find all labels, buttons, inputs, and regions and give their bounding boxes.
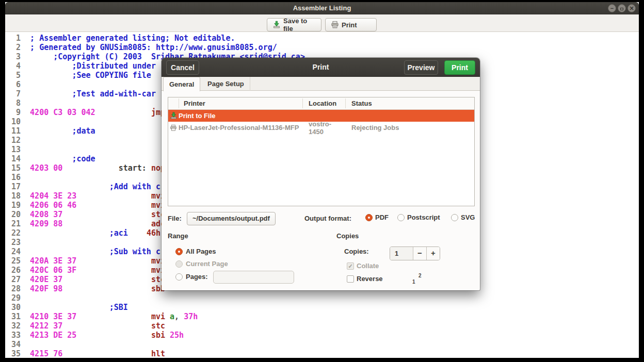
line-number: 22 [11,228,21,238]
radio-icon[interactable] [451,214,458,221]
file-row: File: ~/Documents/output.pdf Output form… [162,212,480,225]
line-number: 23 [11,238,21,247]
column-separator [345,98,346,108]
titlebar: Assembler Listing − ✕ [5,2,639,14]
maximize-icon[interactable] [618,4,626,12]
line-number: 14 [11,154,21,163]
print-toolbar-button[interactable]: Print [325,18,377,31]
code-token [30,126,72,136]
window-title: Assembler Listing [5,2,639,14]
code-token [30,154,72,163]
line-number: 9 [11,108,21,117]
line-number: 6 [11,80,21,89]
range-option-current-page[interactable]: Current Page [175,260,228,268]
format-label: Postscript [407,213,440,221]
printer-name: HP-LaserJet-Professional-M1136-MFP [179,124,302,131]
code-token: ;Test add-with-car [72,89,156,98]
minimize-icon[interactable]: − [608,4,616,12]
code-token: 420A 3E 37 [30,256,76,266]
copies-increment-button[interactable]: + [427,247,440,260]
copies-section-title: Copies [336,232,359,240]
format-option-svg[interactable]: SVG [451,213,475,221]
code-token [30,303,109,312]
printer-row[interactable]: HP-LaserJet-Professional-M1136-MFPvostro… [168,122,474,134]
line-number: 10 [11,117,21,126]
collate-checkbox[interactable] [347,262,354,270]
code-line: 2; Generated by GNUSim8085: http://www.g… [11,43,305,52]
column-printer[interactable]: Printer [184,97,205,110]
code-token: 46h [147,228,160,238]
code-token [62,210,151,219]
line-number: 28 [11,284,21,293]
code-token [62,321,151,331]
collate-option: Collate [347,262,379,270]
collation-page-2: 2 [418,273,422,278]
code-token: 4213 DE 25 [30,331,76,340]
copies-stepper: 1 − + [390,246,440,260]
range-option-all-pages[interactable]: All Pages [175,248,216,255]
code-token [76,191,151,201]
tab-general[interactable]: General [163,77,200,91]
close-icon[interactable]: ✕ [627,4,636,12]
printer-list-header: Printer Location Status [168,97,474,110]
print-button[interactable]: Print [444,60,475,75]
code-token: hlt [151,349,165,358]
print-dialog-header: Print Cancel Preview Print [162,58,480,77]
radio-icon[interactable] [397,214,405,221]
tab-page-setup[interactable]: Page Setup [202,77,250,91]
code-token: sbi [151,331,165,340]
code-token: 4206 06 46 [30,201,76,210]
code-line: 314210 3E 37 mvi a, 37h [11,312,305,321]
code-token [165,312,170,321]
save-icon [272,21,281,29]
line-number: 33 [11,331,21,340]
code-token [30,228,109,238]
code-token: 4215 76 [30,349,62,358]
column-separator [179,98,179,108]
copies-value[interactable]: 1 [390,247,413,260]
pages-input[interactable] [213,271,294,284]
code-token [76,201,151,210]
save-to-file-button[interactable]: Save to file [267,18,321,31]
format-option-postscript[interactable]: Postscript [397,213,440,221]
code-line: 334213 DE 25 sbi 25h [11,331,305,340]
code-token: ; Assembler generated listing; Not edita… [30,34,235,43]
file-path-button[interactable]: ~/Documents/output.pdf [187,212,276,225]
line-number: 8 [11,98,21,108]
line-number: 5 [11,71,21,80]
copies-decrement-button[interactable]: − [413,247,426,260]
code-line: 30 ;SBI [11,303,305,312]
collation-preview-icon: 2 1 [411,272,429,287]
line-number: 12 [11,136,21,145]
line-number: 24 [11,247,21,256]
code-token: , [174,312,179,321]
line-number: 30 [11,303,21,312]
copies-label: Copies: [344,248,369,255]
column-location[interactable]: Location [309,97,336,110]
line-number: 3 [11,52,21,61]
printer-icon [331,21,339,29]
line-number: 4 [11,61,21,71]
format-option-pdf[interactable]: PDF [365,213,389,221]
code-line: 354215 76 hlt [11,349,305,358]
reverse-checkbox[interactable] [347,275,354,283]
radio-icon[interactable] [175,273,183,281]
print-to-file-icon [168,112,179,120]
print-toolbar-label: Print [342,21,357,29]
code-token [30,247,109,256]
range-option-pages-[interactable]: Pages: [175,273,208,281]
code-token: 420C 06 3F [30,266,76,275]
line-number: 1 [11,34,21,43]
radio-icon[interactable] [175,260,183,268]
line-number: 27 [11,275,21,284]
cancel-button[interactable]: Cancel [166,60,199,75]
preview-button[interactable]: Preview [404,60,438,75]
code-token [30,61,72,71]
print-dialog: Print Cancel Preview Print GeneralPage S… [162,58,480,290]
code-token [62,284,151,293]
radio-icon[interactable] [175,248,183,255]
save-to-file-label: Save to file [283,17,316,32]
radio-icon[interactable] [365,214,373,221]
column-status[interactable]: Status [351,97,372,110]
line-number: 19 [11,201,21,210]
